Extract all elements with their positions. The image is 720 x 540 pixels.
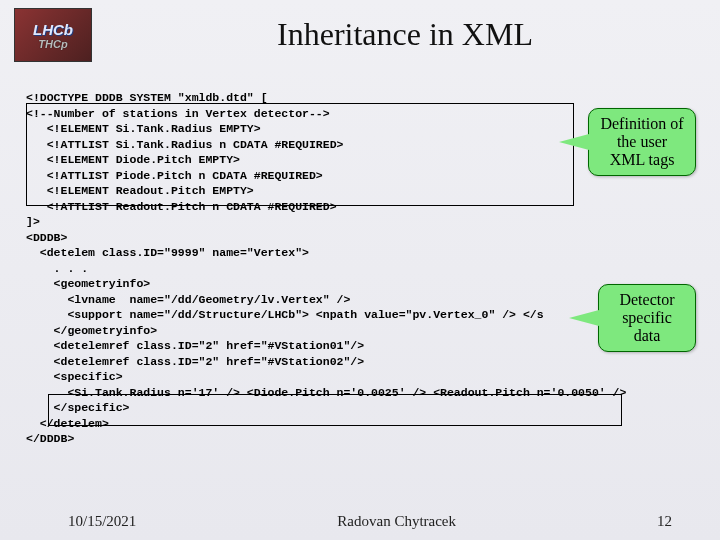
logo-text-main: LHCb <box>33 21 73 38</box>
footer-date: 10/15/2021 <box>68 513 136 530</box>
footer-author: Radovan Chytracek <box>337 513 456 530</box>
slide-title: Inheritance in XML <box>110 16 700 53</box>
footer-page: 12 <box>657 513 672 530</box>
callout-detector: Detector specific data <box>598 284 696 352</box>
logo-text-shadow: THCp <box>38 38 67 50</box>
lhcb-logo: LHCb THCp <box>14 8 92 62</box>
callout-definition: Definition of the user XML tags <box>588 108 696 176</box>
slide-footer: 10/15/2021 Radovan Chytracek 12 <box>0 513 720 530</box>
